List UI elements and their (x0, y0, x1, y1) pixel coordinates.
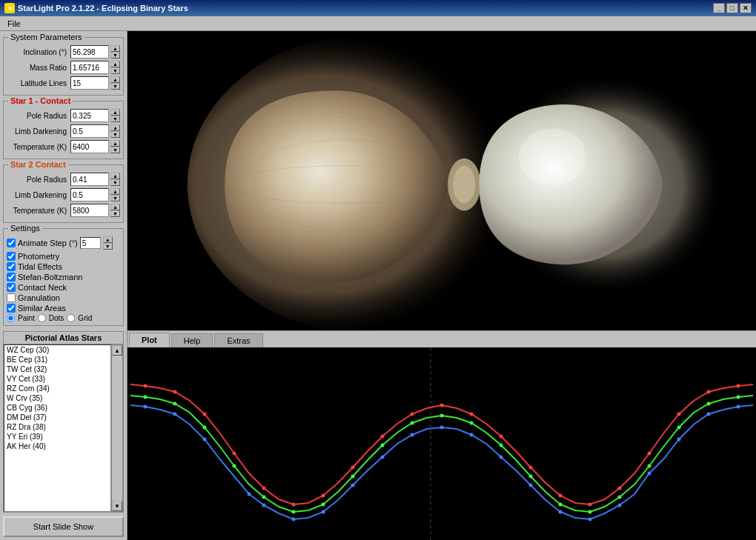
slide-show-button[interactable]: Start Slide Show (3, 516, 124, 537)
svg-point-58 (292, 518, 296, 521)
star1-pole-input[interactable] (70, 109, 109, 122)
list-item[interactable]: W Crv (35) (4, 393, 110, 403)
list-item[interactable]: WZ Cep (30) (4, 345, 110, 355)
list-item[interactable]: VY Cet (33) (4, 374, 110, 384)
similar-areas-label: Similar Areas (18, 304, 66, 313)
star1-pole-down[interactable]: ▼ (110, 116, 120, 122)
star1-temp-input[interactable] (70, 140, 109, 153)
settings-group: Settings Animate Step (°) ▲ ▼ Photometry… (3, 228, 124, 326)
photometry-row: Photometry (7, 252, 120, 261)
star2-temp-up[interactable]: ▲ (110, 204, 120, 210)
title-bar: ★ StarLight Pro 2.1.22 - Eclipsing Binar… (0, 0, 756, 16)
star2-pole-input[interactable] (70, 173, 109, 186)
grid-radio[interactable] (67, 314, 75, 322)
photometry-checkbox[interactable] (7, 252, 16, 261)
dots-radio[interactable] (38, 314, 46, 322)
list-item[interactable]: RZ Dra (38) (4, 422, 110, 432)
star1-limb-input[interactable] (70, 124, 109, 138)
star2-pole-up[interactable]: ▲ (110, 173, 120, 179)
granulation-checkbox[interactable] (7, 293, 16, 302)
svg-point-73 (737, 405, 740, 409)
right-panel: Plot Help Extras (127, 31, 756, 540)
scroll-up-button[interactable]: ▲ (112, 345, 122, 356)
latitude-up[interactable]: ▲ (110, 76, 120, 83)
granulation-label: Granulation (18, 293, 60, 302)
stefan-row: Stefan-Boltzmann (7, 273, 120, 281)
star2-pole-down[interactable]: ▼ (110, 179, 120, 186)
star2-pole-row: Pole Radius ▲ ▼ (7, 173, 120, 186)
system-params-group: System Parameters Inclination (°) ▲ ▼ Ma… (3, 37, 124, 96)
maximize-button[interactable]: □ (726, 3, 738, 13)
close-button[interactable]: ✕ (740, 3, 752, 13)
minimize-button[interactable]: _ (713, 3, 725, 13)
step-down[interactable]: ▼ (103, 243, 113, 250)
star2-limb-up[interactable]: ▲ (110, 188, 120, 195)
tab-plot[interactable]: Plot (129, 333, 170, 347)
star2-limb-down[interactable]: ▼ (110, 195, 120, 201)
star1-temp-down[interactable]: ▼ (110, 147, 120, 153)
contact-neck-row: Contact Neck (7, 283, 120, 292)
inclination-spinner: ▲ ▼ (110, 45, 120, 59)
star2-temp-down[interactable]: ▼ (110, 210, 120, 217)
star1-pole-up[interactable]: ▲ (110, 109, 120, 116)
star1-temp-up[interactable]: ▲ (110, 140, 120, 147)
svg-point-68 (588, 518, 592, 521)
latitude-down[interactable]: ▼ (110, 83, 120, 90)
mass-ratio-up[interactable]: ▲ (110, 61, 120, 67)
list-item[interactable]: TW Cet (32) (4, 364, 110, 374)
list-item[interactable]: DM Del (37) (4, 413, 110, 422)
tab-help[interactable]: Help (171, 333, 213, 347)
atlas-scrollbar[interactable]: ▲ ▼ (111, 344, 123, 512)
svg-point-11 (144, 384, 147, 388)
star1-limb-row: Limb Darkening ▲ ▼ (7, 124, 120, 138)
tidal-checkbox[interactable] (7, 262, 16, 271)
star2-limb-spinner: ▲ ▼ (110, 188, 120, 201)
star2-title: Star 2 Contact (8, 160, 68, 169)
star2-temp-input[interactable] (70, 204, 109, 217)
star1-group: Star 1 - Contact Pole Radius ▲ ▼ Limb Da… (3, 101, 124, 159)
list-item[interactable]: RZ Com (34) (4, 384, 110, 393)
main-container: System Parameters Inclination (°) ▲ ▼ Ma… (0, 31, 756, 540)
svg-point-41 (411, 421, 414, 425)
similar-areas-checkbox[interactable] (7, 304, 16, 313)
svg-point-59 (322, 510, 325, 514)
star1-limb-down[interactable]: ▼ (110, 131, 120, 138)
inclination-down[interactable]: ▼ (110, 52, 120, 59)
paint-radio[interactable] (7, 314, 15, 322)
svg-point-26 (588, 503, 592, 507)
list-item[interactable]: AK Her (40) (4, 441, 110, 451)
list-item[interactable]: BE Cep (31) (4, 355, 110, 364)
star2-group: Star 2 Contact Pole Radius ▲ ▼ Limb Dark… (3, 164, 124, 223)
contact-neck-checkbox[interactable] (7, 283, 16, 292)
scroll-down-button[interactable]: ▼ (112, 501, 122, 511)
svg-point-12 (173, 390, 177, 394)
star1-limb-up[interactable]: ▲ (110, 124, 120, 131)
tidal-label: Tidal Effects (18, 262, 62, 271)
app-icon: ★ (4, 3, 15, 13)
contact-neck-label: Contact Neck (18, 283, 67, 292)
svg-point-46 (559, 503, 563, 507)
svg-point-53 (144, 405, 147, 409)
star2-limb-input[interactable] (70, 188, 109, 201)
mass-ratio-input[interactable] (70, 61, 109, 74)
inclination-up[interactable]: ▲ (110, 45, 120, 52)
stefan-label: Stefan-Boltzmann (18, 273, 82, 281)
svg-point-51 (707, 402, 711, 406)
inclination-label: Inclination (°) (7, 48, 69, 56)
latitude-input[interactable] (70, 76, 109, 90)
stefan-checkbox[interactable] (7, 273, 16, 281)
atlas-list[interactable]: WZ Cep (30)BE Cep (31)TW Cet (32)VY Cet … (4, 344, 111, 512)
inclination-input[interactable] (70, 45, 109, 59)
svg-point-43 (470, 421, 474, 425)
animate-checkbox[interactable] (7, 239, 16, 247)
step-input[interactable] (80, 237, 101, 249)
step-up[interactable]: ▲ (103, 236, 113, 243)
list-item[interactable]: YY Eri (39) (4, 432, 110, 441)
system-params-title: System Parameters (8, 33, 84, 41)
latitude-row: Latitude Lines ▲ ▼ (7, 76, 120, 90)
list-item[interactable]: CB Cyg (36) (4, 403, 110, 413)
mass-ratio-down[interactable]: ▼ (110, 67, 120, 74)
file-menu[interactable]: File (3, 18, 25, 30)
tab-extras[interactable]: Extras (214, 333, 262, 347)
svg-point-20 (411, 413, 414, 416)
